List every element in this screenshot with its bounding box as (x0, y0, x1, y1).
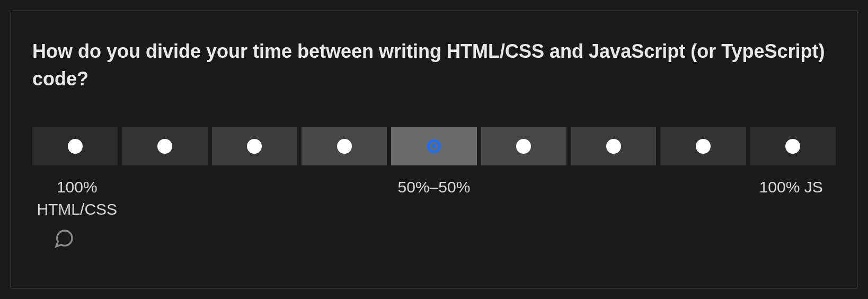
scale-option-6[interactable] (481, 127, 566, 165)
scale-option-7[interactable] (571, 127, 656, 165)
radio-icon-selected (427, 139, 441, 153)
radio-icon (606, 139, 621, 154)
likert-scale (32, 127, 836, 165)
scale-option-5[interactable] (391, 127, 476, 165)
comment-button[interactable] (54, 228, 836, 251)
speech-bubble-icon (54, 228, 75, 249)
scale-option-4[interactable] (302, 127, 387, 165)
scale-labels: 100% HTML/CSS 50%–50% 100% JS (32, 176, 836, 221)
survey-question-panel: How do you divide your time between writ… (11, 11, 857, 288)
radio-icon (696, 139, 711, 154)
radio-icon (337, 139, 352, 154)
scale-label-right: 100% JS (747, 176, 836, 221)
scale-label-middle: 50%–50% (389, 176, 479, 221)
question-text: How do you divide your time between writ… (32, 38, 836, 93)
scale-option-2[interactable] (122, 127, 207, 165)
scale-option-3[interactable] (212, 127, 297, 165)
radio-icon (247, 139, 262, 154)
scale-label-left: 100% HTML/CSS (32, 176, 121, 221)
radio-icon (157, 139, 172, 154)
scale-option-1[interactable] (32, 127, 118, 165)
scale-option-9[interactable] (750, 127, 836, 165)
radio-icon (516, 139, 531, 154)
radio-icon (785, 139, 800, 154)
scale-option-8[interactable] (660, 127, 746, 165)
radio-icon (68, 139, 83, 154)
